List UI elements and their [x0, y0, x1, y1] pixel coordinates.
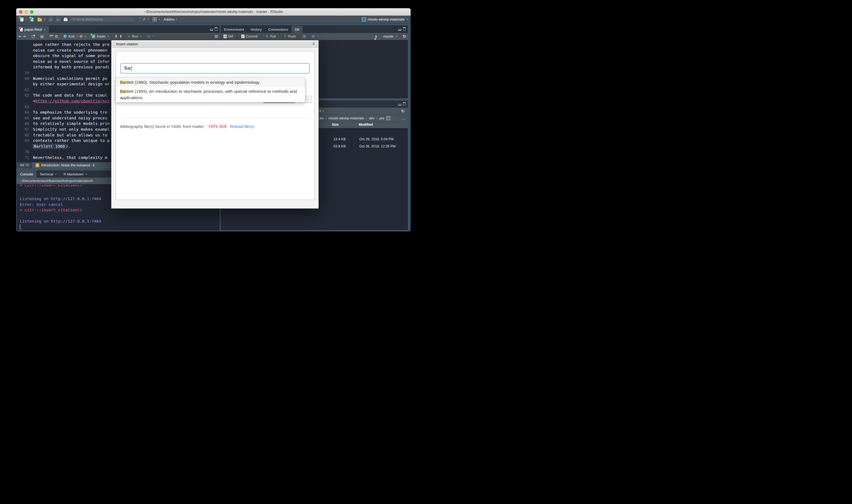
push-button[interactable]: ⬆ Push	[283, 34, 297, 38]
maximize-pane-icon[interactable]	[403, 102, 406, 106]
chevron-down-icon[interactable]: ▾	[77, 35, 78, 38]
column-header-size[interactable]: Size	[332, 123, 339, 127]
project-name: rrtools-wkshp-materials	[368, 17, 404, 21]
chevron-down-icon: ▾	[323, 110, 324, 112]
close-icon[interactable]: ×	[85, 172, 87, 176]
save-all-button[interactable]	[54, 16, 61, 23]
panes-grid-icon	[153, 18, 157, 21]
new-project-button[interactable]: +	[29, 16, 35, 23]
breadcrumb-item[interactable]: als	[319, 116, 324, 120]
url-link[interactable]: https://github.com/cboettig/noi	[35, 99, 110, 103]
chevron-down-icon[interactable]: ▾	[85, 35, 86, 38]
breadcrumb-item[interactable]: dev	[369, 116, 375, 120]
maximize-pane-icon[interactable]	[403, 27, 406, 31]
main-toolbar: + ▾ + ▾ ↪ Go to fil	[16, 16, 411, 23]
pull-button[interactable]: ⬇ Pull	[265, 34, 277, 38]
editor-tabbar: R paper.Rmd ×	[17, 25, 220, 33]
knit-button[interactable]: Knit	[69, 35, 75, 38]
files-toolbar-fragment[interactable]: e ▾	[319, 109, 324, 113]
pane-tab[interactable]: Connections	[265, 26, 291, 33]
line-number: 59	[17, 70, 31, 76]
maximize-pane-icon[interactable]	[215, 27, 217, 31]
workspace-panes-button[interactable]: ▾	[151, 16, 162, 23]
refresh-icon[interactable]: ↻	[401, 109, 404, 114]
close-icon[interactable]: ×	[44, 28, 46, 32]
column-header-modified[interactable]: Modified	[359, 123, 373, 127]
save-icon[interactable]	[40, 35, 44, 38]
goto-arrow-icon: ↪	[72, 18, 75, 21]
line-number: 64	[17, 110, 31, 115]
line-number: 68	[17, 132, 31, 138]
chevron-down-icon[interactable]: ▾	[317, 35, 319, 38]
version-control-icon: +−	[139, 17, 141, 22]
chevron-down-icon[interactable]: ▾	[396, 35, 397, 38]
console-tab[interactable]: Console	[17, 170, 37, 178]
breadcrumb-more-button[interactable]: …	[399, 115, 408, 122]
chevron-down-icon: ▾	[176, 18, 177, 21]
diff-button[interactable]: Diff	[222, 35, 234, 38]
pane-tab[interactable]: Environment	[221, 26, 247, 33]
history-clock-icon[interactable]: ◷	[303, 34, 306, 38]
line-number	[17, 42, 31, 48]
run-previous-icon[interactable]: ⬆	[115, 35, 118, 38]
forward-icon[interactable]: ➡	[23, 34, 26, 38]
breadcrumb-item[interactable]: rrtools-wkshp-materials	[329, 116, 364, 120]
insert-button[interactable]: Insert	[97, 35, 105, 38]
spellcheck-icon[interactable]: ABC✓	[49, 35, 54, 38]
minimize-pane-icon[interactable]	[210, 29, 213, 31]
goto-file-function-input[interactable]: ↪ Go to file/function	[70, 17, 135, 22]
refresh-icon[interactable]: ↻	[403, 34, 406, 39]
citation-suggestion[interactable]: Bartlett (1960). Stochastic population m…	[116, 78, 305, 87]
git-gear-icon[interactable]: ⚙	[311, 34, 315, 39]
pane-tab[interactable]: History	[247, 26, 265, 33]
section-spinner-icon[interactable]	[92, 164, 95, 167]
line-number	[17, 81, 31, 87]
console-tab[interactable]: R Markdown ×	[60, 170, 91, 178]
new-file-button[interactable]: + ▾	[18, 16, 29, 23]
back-icon[interactable]: ⬅	[18, 34, 21, 38]
run-button[interactable]: Run	[132, 35, 138, 38]
goto-placeholder: Go to file/function	[76, 18, 103, 21]
citation-suggestion[interactable]: Bartlett (1955). An introduction to stoc…	[116, 87, 305, 102]
knit-icon	[64, 35, 67, 38]
branch-selector[interactable]: master	[383, 35, 394, 38]
console-tab[interactable]: Terminal ×	[37, 170, 60, 178]
commit-button[interactable]: ✓ Commit	[240, 35, 259, 38]
open-file-button[interactable]: ▾	[36, 16, 47, 23]
dialog-titlebar: Insert citation ×	[111, 40, 319, 48]
tab-paper-rmd[interactable]: R paper.Rmd ×	[17, 26, 49, 33]
chevron-down-icon[interactable]: ▾	[108, 35, 109, 38]
file-modified: Oct 26, 2018, 12:26 PM	[359, 144, 396, 148]
r-project-icon: R	[386, 116, 390, 120]
pane-tab[interactable]: Git	[291, 26, 303, 33]
bibliography-file-badge: refs.bib	[207, 124, 228, 129]
chevron-down-icon[interactable]: ▾	[141, 35, 142, 38]
chevron-down-icon: ▾	[407, 18, 408, 21]
project-selector[interactable]: R rrtools-wkshp-materials ▾	[362, 17, 408, 22]
run-next-icon[interactable]: ⬇	[119, 35, 122, 38]
chevron-down-icon[interactable]: ▾	[152, 35, 154, 38]
breadcrumb-item[interactable]: pre	[379, 116, 384, 120]
close-icon[interactable]: ×	[312, 41, 315, 47]
version-control-button[interactable]: +− ↺ ▾	[137, 16, 151, 23]
outline-section-label[interactable]: Introduction: Noise the nuisance	[41, 163, 90, 167]
addins-menu[interactable]: Addins ▾	[162, 16, 179, 23]
minimize-pane-icon[interactable]	[398, 29, 401, 31]
rerun-icon[interactable]: ↻	[147, 34, 151, 39]
citation-search-input[interactable]: Bar	[120, 63, 310, 74]
r-project-icon: R	[362, 17, 366, 22]
window-titlebar: ~/Documents/workflows/workshops/material…	[16, 8, 411, 16]
gear-icon[interactable]: ⚙	[79, 35, 83, 38]
revert-icon: ↺	[143, 18, 145, 21]
diff-icon	[223, 35, 227, 38]
chevron-down-icon: ▾	[44, 18, 45, 21]
print-button[interactable]	[62, 16, 70, 23]
reload-files-link[interactable]: Reload file(s)	[230, 124, 254, 129]
close-icon[interactable]: ×	[55, 172, 57, 176]
search-icon[interactable]	[55, 35, 58, 38]
document-outline-icon[interactable]	[215, 35, 218, 38]
popout-icon[interactable]	[32, 35, 35, 38]
minimize-pane-icon[interactable]	[398, 104, 401, 106]
cursor-position: 69:70	[17, 162, 32, 168]
save-button[interactable]	[47, 16, 54, 23]
